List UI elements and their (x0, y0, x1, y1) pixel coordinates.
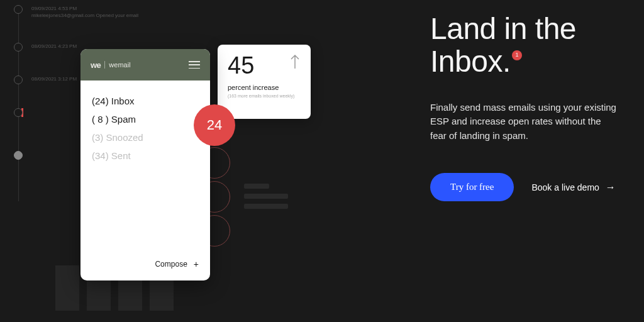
timeline-text: 09/09/2021 4:53 PM mikeleejones34@gmail.… (31, 5, 138, 19)
logo-divider (104, 61, 105, 69)
headline-badge: 1 (512, 50, 522, 60)
phone-header: we wemail (80, 49, 210, 80)
arrow-up-icon (289, 53, 301, 72)
timeline-text: 08/09/2021 4:23 PM (31, 43, 77, 50)
try-free-button[interactable]: Try for free (430, 173, 514, 201)
timeline-line (18, 13, 19, 201)
headline-line1: Land in the (430, 12, 576, 45)
folder-snoozed[interactable]: (3) Snoozed (92, 128, 199, 147)
timeline-item: 09/09/2021 4:53 PM mikeleejones34@gmail.… (14, 5, 140, 19)
compose-label: Compose (155, 260, 187, 269)
menu-icon[interactable] (189, 61, 200, 69)
stat-number: 45 (228, 53, 254, 77)
hero-content: Land in the Inbox. 1 Finally send mass e… (430, 13, 631, 201)
stat-subtext: (163 more emails inboxed weekly) (228, 94, 301, 98)
badge-number: 24 (207, 117, 222, 133)
book-demo-label: Book a live demo (531, 182, 599, 192)
timeline-dot (14, 43, 23, 52)
subheadline: Finally send mass emails using your exis… (430, 101, 619, 143)
timeline-date: 09/09/2021 4:53 PM (31, 6, 77, 11)
arrow-right-icon: → (606, 182, 616, 193)
folder-spam[interactable]: ( 8 ) Spam (92, 110, 199, 128)
stat-label: percent increase (228, 84, 301, 91)
count-badge: 24 (194, 104, 235, 146)
book-demo-link[interactable]: Book a live demo → (531, 182, 615, 193)
timeline-dot (14, 5, 23, 14)
plus-icon: + (194, 259, 199, 269)
headline: Land in the Inbox. 1 (430, 13, 631, 78)
app-logo: we wemail (91, 60, 131, 70)
cta-row: Try for free Book a live demo → (430, 173, 631, 201)
timeline-text: 08/09/2021 3:12 PM (31, 75, 77, 82)
phone-card: we wemail (24) Inbox ( 8 ) Spam (3) Snoo… (80, 49, 210, 280)
stat-card: 45 percent increase (163 more emails inb… (218, 45, 311, 119)
compose-button[interactable]: Compose + (155, 259, 199, 269)
folder-sent[interactable]: (34) Sent (92, 147, 199, 165)
logo-mark: we (91, 60, 101, 70)
timeline-date: 08/09/2021 4:23 PM (31, 43, 77, 49)
logo-name: wemail (109, 61, 130, 69)
timeline-detail: mikeleejones34@gmail.com Opened your ema… (31, 12, 138, 19)
timeline-dot (14, 75, 23, 84)
folder-list: (24) Inbox ( 8 ) Spam (3) Snoozed (34) S… (80, 80, 210, 165)
bar (55, 265, 79, 311)
headline-line2: Inbox. (430, 45, 511, 78)
folder-inbox[interactable]: (24) Inbox (92, 92, 199, 110)
decorative-lines (244, 184, 288, 214)
timeline-dot (14, 151, 23, 160)
timeline-date: 08/09/2021 3:12 PM (31, 76, 77, 82)
